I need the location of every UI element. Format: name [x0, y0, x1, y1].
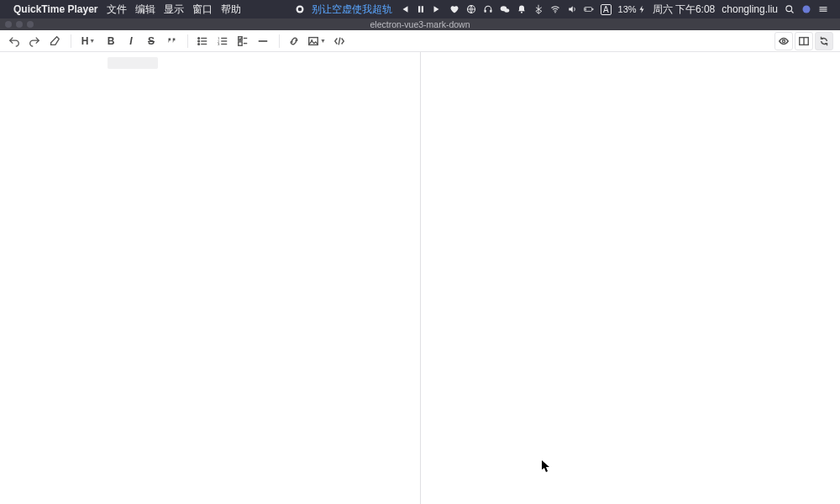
strikethrough-button[interactable]: S: [142, 32, 160, 50]
close-window-icon[interactable]: [5, 21, 12, 28]
bold-button[interactable]: B: [102, 32, 120, 50]
svg-rect-6: [490, 10, 491, 13]
horizontal-rule-button[interactable]: [254, 32, 272, 50]
menu-view[interactable]: 显示: [164, 3, 184, 17]
window-traffic-lights[interactable]: [5, 21, 34, 28]
window-title: electron-vue3-mark-down: [370, 19, 470, 29]
toolbar-separator: [187, 34, 188, 48]
svg-point-14: [786, 6, 792, 12]
notifications-icon[interactable]: [517, 4, 527, 14]
sync-scroll-button[interactable]: [815, 32, 833, 50]
svg-point-39: [782, 39, 785, 42]
toolbar-separator: [279, 34, 280, 48]
svg-point-22: [198, 43, 200, 45]
image-button[interactable]: ▼: [305, 32, 328, 50]
toolbar-separator: [71, 34, 71, 48]
svg-rect-3: [422, 6, 423, 13]
mouse-cursor-icon: [542, 460, 550, 472]
italic-button[interactable]: I: [122, 32, 140, 50]
markdown-editor-pane[interactable]: [0, 52, 420, 504]
menu-help[interactable]: 帮助: [221, 3, 241, 17]
app-menu[interactable]: QuickTime Player: [13, 3, 98, 15]
svg-text:3: 3: [218, 42, 220, 46]
svg-rect-2: [418, 6, 420, 13]
svg-rect-37: [309, 37, 318, 45]
now-playing-title[interactable]: 别让空虚使我超轨: [312, 3, 392, 17]
bluetooth-icon[interactable]: [533, 4, 543, 14]
svg-point-21: [198, 40, 200, 42]
minimize-window-icon[interactable]: [16, 21, 23, 28]
code-block-button[interactable]: [330, 32, 349, 50]
menu-edit[interactable]: 编辑: [135, 3, 155, 17]
svg-point-10: [554, 12, 556, 13]
task-list-button[interactable]: [234, 32, 252, 50]
globe-icon[interactable]: [466, 4, 476, 14]
headset-icon[interactable]: [483, 4, 493, 14]
volume-icon[interactable]: [567, 4, 577, 14]
ordered-list-button[interactable]: 123: [213, 32, 232, 50]
svg-line-15: [791, 11, 793, 13]
wechat-icon[interactable]: [500, 4, 510, 14]
menu-file[interactable]: 文件: [107, 3, 127, 17]
redo-button[interactable]: [25, 32, 44, 50]
heart-icon[interactable]: [449, 4, 459, 14]
editor-placeholder: [108, 57, 158, 69]
prev-track-icon[interactable]: [399, 4, 409, 14]
svg-rect-5: [484, 10, 486, 13]
menu-window[interactable]: 窗口: [192, 3, 213, 17]
battery-icon[interactable]: [584, 4, 594, 14]
ime-indicator[interactable]: A: [601, 4, 612, 15]
quote-button[interactable]: [162, 32, 181, 50]
clock[interactable]: 周六 下午6:08: [653, 3, 716, 17]
preview-toggle-button[interactable]: [774, 32, 793, 50]
next-track-icon[interactable]: [433, 4, 443, 14]
username[interactable]: chongling.liu: [722, 3, 778, 15]
clear-format-button[interactable]: [45, 32, 64, 50]
pause-icon[interactable]: [416, 4, 426, 14]
svg-point-8: [504, 8, 509, 13]
link-button[interactable]: [285, 32, 303, 50]
battery-percent: 13%: [618, 4, 646, 14]
svg-point-1: [298, 8, 302, 12]
window-titlebar: electron-vue3-mark-down: [0, 18, 840, 30]
editor-toolbar: H▼ B I S 123 ▼: [0, 30, 840, 52]
svg-point-20: [198, 37, 200, 39]
undo-button[interactable]: [5, 32, 24, 50]
svg-rect-12: [592, 8, 593, 10]
siri-icon[interactable]: [801, 4, 811, 14]
control-center-icon[interactable]: [818, 4, 828, 14]
heading-dropdown[interactable]: H▼: [76, 32, 100, 50]
unordered-list-button[interactable]: [193, 32, 212, 50]
wifi-icon[interactable]: [550, 4, 560, 14]
macos-menu-bar: QuickTime Player 文件 编辑 显示 窗口 帮助 别让空虚使我超轨…: [0, 0, 840, 18]
svg-point-16: [803, 6, 811, 13]
svg-rect-13: [585, 8, 585, 11]
preview-pane: [421, 52, 841, 504]
editor-split-view: [0, 52, 840, 504]
record-indicator-icon[interactable]: [295, 4, 305, 14]
spotlight-icon[interactable]: [785, 4, 795, 14]
svg-rect-34: [239, 41, 242, 45]
fullscreen-window-icon[interactable]: [27, 21, 34, 28]
split-view-button[interactable]: [795, 32, 813, 50]
svg-point-9: [521, 12, 522, 13]
